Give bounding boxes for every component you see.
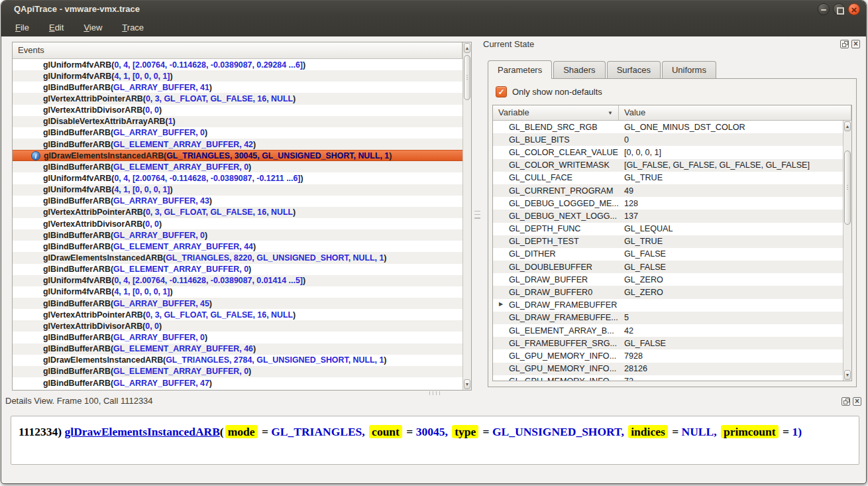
float-panel-icon[interactable]: [840, 40, 849, 48]
state-variable: GL_BLUE_BITS: [493, 135, 619, 145]
scrollbar-thumb[interactable]: [844, 151, 851, 225]
table-row[interactable]: GL_BLUE_BITS0: [493, 133, 843, 146]
maximize-icon[interactable]: [833, 3, 845, 15]
event-args: GL_ELEMENT_ARRAY_BUFFER, 42: [113, 140, 253, 149]
event-args: 4, 1, [0, 0, 0, 1]: [114, 72, 170, 81]
event-row[interactable]: glVertexAttribDivisorARB(0, 0): [13, 105, 462, 116]
table-row[interactable]: GL_CULL_FACEGL_TRUE: [493, 172, 843, 184]
horizontal-splitter[interactable]: [429, 391, 440, 395]
close-panel-icon[interactable]: [851, 40, 860, 48]
event-row[interactable]: glBindBufferARB(GL_ARRAY_BUFFER, 0): [13, 127, 462, 139]
table-row[interactable]: GL_DITHERGL_FALSE: [493, 248, 843, 261]
event-row[interactable]: glVertexAttribDivisorARB(0, 0): [13, 218, 462, 229]
detail-text: ,: [714, 425, 720, 438]
event-function: glDisableVertexAttribArrayARB: [43, 117, 166, 126]
event-row[interactable]: glBindBufferARB(GL_ELEMENT_ARRAY_BUFFER,…: [13, 264, 462, 275]
event-row[interactable]: glBindBufferARB(GL_ARRAY_BUFFER, 0): [13, 332, 462, 343]
event-function: glBindBufferARB: [43, 83, 111, 92]
events-header[interactable]: Events: [13, 42, 462, 59]
event-row[interactable]: glUniform4fvARB(0, 4, [2.00764, -0.11462…: [13, 59, 462, 70]
event-row[interactable]: glBindBufferARB(GL_ARRAY_BUFFER, 45): [13, 298, 462, 309]
tab-parameters[interactable]: Parameters: [488, 60, 552, 79]
table-row[interactable]: GL_DEPTH_TESTGL_TRUE: [493, 235, 843, 248]
event-row[interactable]: glVertexAttribDivisorARB(0, 0): [13, 320, 462, 332]
scroll-up-icon[interactable]: ▲: [844, 121, 851, 131]
menu-item-file[interactable]: File: [5, 19, 39, 36]
table-row[interactable]: GL_GPU_MEMORY_INFO...72: [493, 375, 843, 381]
event-args: 0, 3, GL_FLOAT, GL_FALSE, 16, NULL: [146, 310, 293, 320]
close-icon[interactable]: [848, 3, 860, 15]
event-row[interactable]: glUniform4fvARB(0, 4, [2.00764, -0.11462…: [13, 172, 462, 184]
table-row[interactable]: GL_BLEND_SRC_RGBGL_ONE_MINUS_DST_COLOR: [493, 121, 843, 133]
state-scrollbar[interactable]: ▲ ▼: [843, 121, 851, 381]
table-row[interactable]: GL_DOUBLEBUFFERGL_FALSE: [493, 261, 843, 273]
events-scrollbar[interactable]: ▲ ▼: [462, 42, 471, 390]
scroll-up-icon[interactable]: ▲: [464, 43, 470, 53]
close-panel-icon[interactable]: [853, 397, 861, 406]
param-name-highlight: count: [369, 425, 402, 438]
tab-shaders[interactable]: Shaders: [553, 61, 605, 78]
event-row[interactable]: glBindBufferARB(GL_ELEMENT_ARRAY_BUFFER,…: [13, 241, 462, 252]
event-function: glBindBufferARB: [43, 299, 111, 308]
table-row[interactable]: GL_DRAW_BUFFER0GL_ZERO: [493, 286, 843, 298]
tab-uniforms[interactable]: Uniforms: [662, 61, 716, 78]
table-row[interactable]: GL_GPU_MEMORY_INFO...7928: [493, 349, 843, 362]
event-row[interactable]: glBindBufferARB(GL_ELEMENT_ARRAY_BUFFER,…: [13, 161, 462, 172]
vertical-splitter[interactable]: [474, 211, 480, 220]
event-row[interactable]: glDrawElementsInstancedARB(GL_TRIANGLES,…: [13, 252, 462, 263]
menu-item-edit[interactable]: Edit: [39, 19, 74, 36]
event-row[interactable]: glUniform4fvARB(4, 1, [0, 0, 0, 1]): [13, 286, 462, 298]
event-row[interactable]: glVertexAttribPointerARB(0, 3, GL_FLOAT,…: [13, 207, 462, 218]
scroll-down-icon[interactable]: ▼: [844, 370, 851, 380]
event-args: GL_TRIANGLES, 30045, GL_UNSIGNED_SHORT, …: [166, 151, 389, 160]
event-row[interactable]: glVertexAttribPointerARB(0, 3, GL_FLOAT,…: [13, 309, 462, 320]
expand-icon[interactable]: ▶: [499, 301, 503, 307]
call-function-link[interactable]: glDrawElementsInstancedARB: [65, 425, 220, 438]
event-row[interactable]: glBindBufferARB(GL_ELEMENT_ARRAY_BUFFER,…: [13, 139, 462, 150]
state-variable: GL_DEPTH_TEST: [493, 237, 619, 246]
event-row[interactable]: glBindBufferARB(GL_ELEMENT_ARRAY_BUFFER,…: [13, 343, 462, 355]
event-row[interactable]: glDisableVertexAttribArrayARB(1): [13, 116, 462, 127]
event-row[interactable]: glUniform4fvARB(4, 1, [0, 0, 0, 1]): [13, 184, 462, 196]
event-function: glUniform4fvARB: [43, 72, 111, 81]
menu-item-trace[interactable]: Trace: [112, 19, 154, 36]
event-row[interactable]: glBindBufferARB(GL_ARRAY_BUFFER, 47): [13, 377, 462, 389]
event-row[interactable]: glUniform4fvARB(4, 1, [0, 0, 0, 1]): [13, 70, 462, 82]
minimize-icon[interactable]: [818, 3, 830, 15]
table-row[interactable]: GL_ELEMENT_ARRAY_B...42: [493, 324, 843, 337]
event-row[interactable]: glBindBufferARB(GL_ELEMENT_ARRAY_BUFFER,…: [13, 366, 462, 377]
state-value: GL_FALSE: [619, 263, 666, 272]
table-row[interactable]: GL_DEPTH_FUNCGL_LEQUAL: [493, 223, 843, 235]
non-defaults-filter[interactable]: ✓ Only show non-defaults: [496, 86, 602, 97]
event-row[interactable]: glVertexAttribPointerARB(0, 3, GL_FLOAT,…: [13, 93, 462, 104]
scroll-down-icon[interactable]: ▼: [464, 379, 470, 389]
table-row[interactable]: GL_DEBUG_NEXT_LOGG...137: [493, 210, 843, 222]
scrollbar-thumb[interactable]: [464, 55, 470, 100]
table-row[interactable]: GL_COLOR_WRITEMASK[GL_FALSE, GL_FALSE, G…: [493, 159, 843, 172]
table-row[interactable]: GL_GPU_MEMORY_INFO...28126: [493, 363, 843, 375]
event-row[interactable]: glBindBufferARB(GL_ARRAY_BUFFER, 43): [13, 196, 462, 207]
event-row[interactable]: glBindBufferARB(GL_ARRAY_BUFFER, 0): [13, 229, 462, 241]
table-row[interactable]: GL_FRAMEBUFFER_SRG...GL_FALSE: [493, 337, 843, 349]
table-row[interactable]: GL_CURRENT_PROGRAM49: [493, 184, 843, 197]
table-row[interactable]: ▶GL_DRAW_FRAMEBUFFER: [493, 299, 843, 312]
event-row[interactable]: glDrawElementsInstancedARB(GL_TRIANGLES,…: [13, 355, 462, 366]
checkbox-checked-icon[interactable]: ✓: [496, 86, 507, 97]
table-row[interactable]: GL_DEBUG_LOGGED_ME...128: [493, 197, 843, 210]
column-header-variable[interactable]: Variable ▼: [493, 105, 619, 120]
event-row[interactable]: glUniform4fvARB(0, 4, [2.00764, -0.11462…: [13, 275, 462, 286]
state-value: [GL_FALSE, GL_FALSE, GL_FALSE, GL_FALSE]: [619, 160, 810, 170]
table-row[interactable]: GL_DRAW_FRAMEBUFFE...5: [493, 312, 843, 324]
float-panel-icon[interactable]: [841, 397, 850, 406]
event-row[interactable]: glBindBufferARB(GL_ARRAY_BUFFER, 41): [13, 82, 462, 93]
param-name-highlight: type: [452, 425, 478, 438]
event-row[interactable]: iglDrawElementsInstancedARB(GL_TRIANGLES…: [13, 150, 462, 161]
state-value: GL_ONE_MINUS_DST_COLOR: [619, 123, 745, 132]
table-row[interactable]: GL_DRAW_BUFFERGL_ZERO: [493, 273, 843, 286]
state-value: GL_FALSE: [619, 249, 666, 259]
event-function: glBindBufferARB: [43, 265, 111, 274]
menu-item-view[interactable]: View: [74, 19, 112, 36]
tab-surfaces[interactable]: Surfaces: [607, 61, 661, 78]
table-row[interactable]: GL_COLOR_CLEAR_VALUE[0, 0, 0, 1]: [493, 146, 843, 158]
column-header-value[interactable]: Value: [619, 105, 851, 120]
